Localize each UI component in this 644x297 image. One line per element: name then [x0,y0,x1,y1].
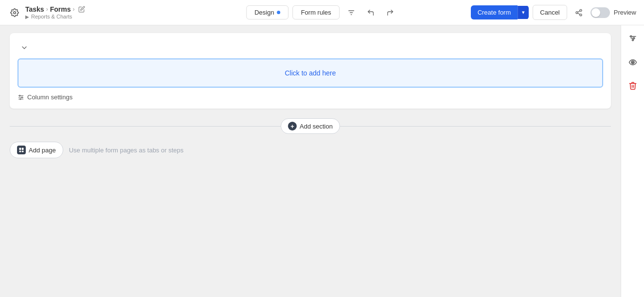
column-settings-icon [18,94,24,101]
sidebar-filter-icon[interactable] [625,31,641,47]
divider-section: + Add section [10,118,611,134]
add-page-icon [17,146,26,154]
right-sidebar [621,25,644,297]
breadcrumb-sub-arrow: ▶ [25,14,29,19]
svg-rect-16 [22,148,24,150]
svg-point-22 [630,36,631,37]
breadcrumb-sep1: › [46,6,48,13]
sidebar-eye-icon[interactable] [625,55,641,70]
breadcrumb-forms[interactable]: Forms [50,5,71,13]
svg-point-0 [14,11,16,14]
form-area: Click to add here Column settings + Add … [0,25,621,297]
divider-line-right [340,126,611,127]
breadcrumb-tasks[interactable]: Tasks [25,5,44,13]
divider-line-left [10,126,281,127]
create-form-button[interactable]: Create form ▾ [471,5,529,19]
click-to-add-text: Click to add here [285,69,336,77]
svg-line-7 [577,13,580,15]
collapse-button[interactable] [18,41,31,55]
svg-point-12 [19,95,20,96]
filter-settings-icon[interactable] [343,5,359,20]
preview-toggle-wrap: Preview [590,7,636,18]
svg-rect-17 [19,151,21,152]
add-page-hint: Use multiple form pages as tabs or steps [69,147,184,154]
add-page-section: Add page Use multiple form pages as tabs… [10,142,611,158]
column-settings-row[interactable]: Column settings [18,93,603,101]
topbar-right: Create form ▾ Cancel Preview [471,5,636,20]
main-content: Click to add here Column settings + Add … [0,25,644,297]
sidebar-trash-icon[interactable] [625,78,641,93]
add-section-label: Add section [300,123,333,130]
svg-point-24 [632,39,633,41]
share-icon[interactable] [571,5,587,20]
undo-icon[interactable] [363,5,378,20]
svg-point-23 [633,37,634,39]
form-card: Click to add here Column settings [10,33,611,109]
design-tab-dot [277,11,281,14]
toggle-knob [591,8,600,17]
breadcrumb-sub-label: Reports & Charts [31,14,72,19]
design-tab-label: Design [254,9,274,16]
topbar-center: Design Form rules [246,5,398,20]
cancel-button[interactable]: Cancel [533,5,567,20]
preview-label: Preview [614,9,636,16]
tab-design[interactable]: Design [246,5,288,19]
svg-point-13 [21,96,22,97]
preview-toggle[interactable] [590,7,610,18]
gear-icon[interactable] [8,6,21,19]
add-page-label: Add page [29,147,56,154]
svg-rect-15 [19,148,21,150]
add-section-plus-icon: + [288,122,297,130]
topbar-left: Tasks › Forms › ▶ Reports & Charts [8,5,85,19]
svg-rect-18 [22,151,24,152]
redo-icon[interactable] [382,5,398,20]
column-settings-label: Column settings [27,93,72,101]
form-rules-tab-label: Form rules [301,9,331,16]
add-section-button[interactable]: + Add section [281,118,340,134]
svg-point-14 [20,98,21,99]
create-form-main-btn[interactable]: Create form [471,5,518,19]
breadcrumb-sep2: › [72,6,74,13]
edit-icon[interactable] [78,6,85,13]
add-page-button[interactable]: Add page [10,142,63,158]
topbar: Tasks › Forms › ▶ Reports & Charts Desig… [0,0,644,25]
breadcrumb: Tasks › Forms › ▶ Reports & Charts [25,5,85,19]
svg-point-26 [632,62,633,63]
tab-form-rules[interactable]: Form rules [293,5,340,19]
svg-line-8 [577,11,580,12]
create-form-dropdown-btn[interactable]: ▾ [518,6,529,19]
click-to-add-field[interactable]: Click to add here [18,58,603,88]
